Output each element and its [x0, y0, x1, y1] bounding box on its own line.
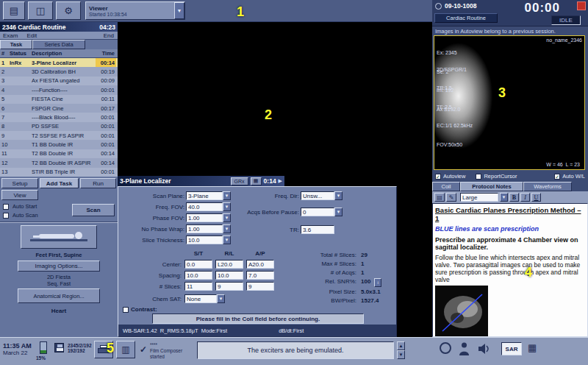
speaker-icon[interactable] — [478, 343, 491, 355]
row-num: 1 — [0, 60, 10, 66]
font-size-select[interactable]: Large — [460, 193, 498, 202]
col-description[interactable]: Description — [32, 50, 96, 57]
auto-scan-checkbox[interactable]: Auto Scan — [3, 212, 38, 219]
chevron-down-icon[interactable]: ▼ — [223, 213, 231, 222]
col-time[interactable]: Time — [96, 49, 116, 57]
system-status-icon[interactable] — [440, 342, 451, 354]
checkbox-checked-icon: ✓ — [554, 174, 560, 180]
table-row[interactable]: 7----Black Blood----00:01 — [0, 113, 118, 121]
no-phase-wrap-field[interactable]: 1.00 — [186, 224, 223, 233]
end-exam-button[interactable]: End — [104, 32, 114, 39]
num-slices-st-field[interactable]: 11 — [184, 282, 212, 291]
table-row[interactable]: 10T1 BB Double IR00:01 — [0, 140, 118, 149]
spinner-icon[interactable]: ↕ — [374, 278, 381, 287]
patient-position-button[interactable] — [21, 225, 97, 249]
tab-waveforms[interactable]: Waveforms — [523, 182, 572, 191]
autoview-checkbox[interactable]: ✓Autoview — [435, 173, 465, 180]
phase-fov-field[interactable]: 1.00 — [186, 213, 223, 222]
setup-button[interactable]: Setup — [1, 178, 38, 188]
table-row[interactable]: 23D Calibration BH00:19 — [0, 67, 118, 76]
italic-button[interactable]: I — [520, 193, 530, 202]
play-icon[interactable]: ▶ — [279, 178, 282, 184]
table-row[interactable]: 3Ax FIESTA ungated00:09 — [0, 77, 118, 85]
sar-indicator[interactable]: SAR — [501, 342, 522, 355]
grx-button[interactable]: GRx — [231, 177, 248, 185]
chevron-down-icon[interactable]: ▼ — [174, 2, 184, 19]
tab-protocol-notes[interactable]: Protocol Notes — [460, 182, 523, 191]
patient-icon[interactable] — [459, 341, 470, 356]
menu-exam[interactable]: Exam — [3, 32, 18, 39]
alert-icon[interactable] — [577, 1, 586, 10]
statusbar-date: March 22 — [3, 350, 32, 356]
auto-wl-label: Auto W/L — [562, 173, 585, 180]
network-grid-icon[interactable]: ▦ — [528, 342, 537, 353]
scan-panel-titlebar[interactable]: 3-Plane Localizer GRx ▦ 0:14 ▶ — [118, 176, 284, 186]
exam-browser-button[interactable]: ▤ — [3, 1, 25, 20]
add-task-button[interactable]: Add Task — [40, 178, 79, 188]
chevron-down-icon[interactable]: ▼ — [217, 294, 225, 303]
bold-button[interactable]: B — [509, 193, 519, 202]
rx-options-button[interactable]: ▦ — [251, 177, 262, 185]
system-message-box[interactable]: The exciters are being emulated. — [197, 341, 394, 359]
task-table-header: # Status Description Time — [0, 49, 118, 58]
chevron-down-icon[interactable]: ▼ — [223, 224, 231, 233]
num-slices-rl-field[interactable]: 9 — [215, 282, 243, 291]
view-button[interactable]: View — [1, 190, 38, 200]
imaging-options-button[interactable]: Imaging Options... — [18, 261, 100, 272]
row-time: 00:01 — [96, 168, 116, 177]
edit-note-button[interactable]: ✎ — [446, 193, 456, 202]
underline-button[interactable]: U — [531, 193, 541, 202]
spacing-rl-field[interactable]: 10.0 — [215, 271, 243, 280]
tr-field[interactable]: 3.6 — [301, 225, 334, 234]
spacing-st-field[interactable]: 10.0 — [184, 271, 212, 280]
acqs-before-pause-field[interactable]: 0 — [301, 208, 334, 216]
table-row[interactable]: 6FSPGR Cine00:17 — [0, 104, 118, 113]
message-scroll-down[interactable]: ▼ — [397, 350, 405, 359]
table-row[interactable]: 9T2 SSFSE FS ASPIR00:01 — [0, 131, 118, 140]
run-button[interactable]: Run — [80, 178, 116, 188]
chevron-down-icon[interactable]: ▼ — [223, 191, 231, 200]
table-row[interactable]: 4----Function----00:01 — [0, 85, 118, 94]
contrast-checkbox[interactable]: Contrast: — [123, 306, 157, 313]
tools-button[interactable]: ⚙ — [56, 1, 81, 20]
table-row[interactable]: 12T2 BB Double IR ASPIR00:14 — [0, 158, 118, 167]
status-bar: 11:35 AM March 22 15% 2345/2/192 192/192… — [0, 337, 588, 365]
menu-edit[interactable]: Edit — [26, 32, 37, 39]
report-cursor-checkbox[interactable]: ReportCursor — [476, 173, 517, 180]
film-composer-button[interactable]: ▥ — [116, 341, 135, 358]
row-num: 7 — [0, 114, 10, 121]
tab-series-data[interactable]: Series Data — [32, 40, 85, 49]
slice-thickness-field[interactable]: 10.0 — [186, 235, 223, 244]
freq-dir-field[interactable]: Unsw... — [301, 191, 334, 200]
chevron-down-icon[interactable]: ▼ — [500, 193, 508, 202]
auto-start-checkbox[interactable]: Auto Start — [3, 203, 37, 210]
chem-sat-field[interactable]: None — [184, 294, 217, 303]
chevron-down-icon[interactable]: ▼ — [223, 235, 231, 244]
table-row[interactable]: 11T2 BB Double IR00:14 — [0, 149, 118, 158]
col-status[interactable]: Status — [10, 50, 32, 57]
center-st-field[interactable]: 0.0 — [184, 260, 212, 269]
protocol-notes-editor[interactable]: Basic Cardiac Planes Prescription Method… — [432, 203, 588, 337]
table-row[interactable]: 8PD SSFSE00:01 — [0, 122, 118, 131]
save-note-button[interactable]: ▤ — [434, 193, 445, 202]
viewer-select[interactable]: Viewer Started 10:38:54 ▼ — [85, 1, 185, 20]
chevron-down-icon[interactable]: ▼ — [334, 191, 343, 200]
tab-coil[interactable]: Coil — [432, 182, 460, 191]
freq-fov-field[interactable]: 40.0 — [186, 202, 223, 211]
table-row[interactable]: 5FIESTA Cine00:11 — [0, 95, 118, 104]
chevron-down-icon[interactable]: ▼ — [223, 202, 231, 211]
auto-wl-checkbox[interactable]: ✓Auto W/L — [554, 173, 585, 180]
protocol-button[interactable]: Cardiac Routine — [434, 13, 498, 23]
col-num[interactable]: # — [0, 50, 10, 57]
scan-button[interactable]: Scan — [72, 204, 115, 216]
anatomical-region-button[interactable]: Anatomical Region... — [18, 288, 100, 303]
table-row[interactable]: 13STIR BB Triple IR00:01 — [0, 168, 118, 177]
center-rl-field[interactable]: L20.0 — [215, 260, 243, 269]
scan-plane-field[interactable]: 3-Plane — [186, 191, 223, 200]
chevron-down-icon[interactable]: ▼ — [334, 208, 343, 216]
tab-task[interactable]: Task — [0, 40, 32, 49]
message-scroll-up[interactable]: ▲ — [397, 341, 405, 350]
image-browser-button[interactable]: ◫ — [28, 1, 53, 20]
table-row[interactable]: 1InRx3-Plane Localizer00:14 — [0, 58, 118, 67]
autoview-image[interactable]: Ex: 2345 Se: 2 Im: 192 Ax S192.0 no_name… — [434, 35, 585, 170]
